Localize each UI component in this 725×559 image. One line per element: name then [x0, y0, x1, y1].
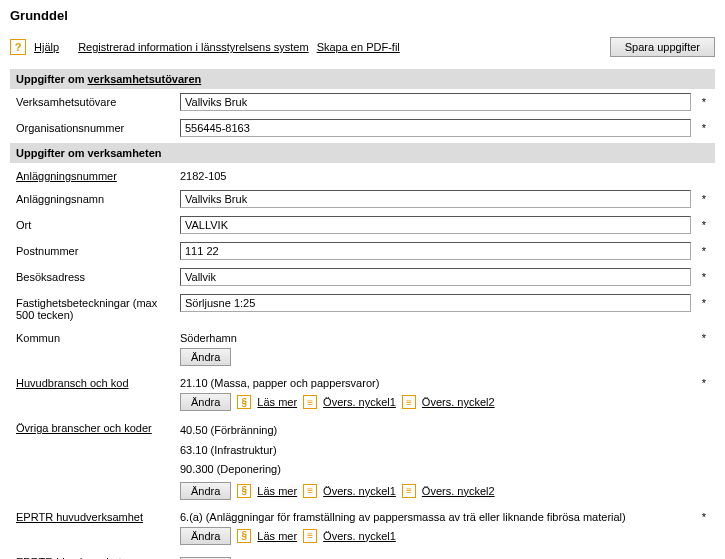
section-operator-prefix: Uppgifter om	[16, 73, 88, 85]
ort-label: Ort	[16, 216, 172, 231]
paragraph-icon: §	[237, 529, 251, 543]
required-mark: *	[699, 216, 709, 231]
kommun-value: Söderhamn	[180, 329, 691, 344]
nyckel1-link[interactable]: Övers. nyckel1	[323, 485, 396, 497]
operator-label: Verksamhetsutövare	[16, 93, 172, 108]
kommun-label: Kommun	[16, 329, 172, 344]
list-icon: ≡	[303, 395, 317, 409]
section-operator-header: Uppgifter om verksamhetsutövaren	[10, 69, 715, 89]
required-mark: *	[699, 508, 709, 523]
list-icon: ≡	[303, 529, 317, 543]
facility-no-label[interactable]: Anläggningsnummer	[16, 170, 117, 182]
kommun-change-button[interactable]: Ändra	[180, 348, 231, 366]
eprtr-huvud-label[interactable]: EPRTR huvudverksamhet	[16, 511, 143, 523]
las-mer-link[interactable]: Läs mer	[257, 396, 297, 408]
besok-label: Besöksadress	[16, 268, 172, 283]
orgnr-input[interactable]	[180, 119, 691, 137]
list-icon: ≡	[402, 484, 416, 498]
save-button[interactable]: Spara uppgifter	[610, 37, 715, 57]
eprtr-bi-label[interactable]: EPRTR biverksamheter	[16, 556, 131, 560]
facility-no-value: 2182-105	[180, 167, 691, 182]
ovriga-label[interactable]: Övriga branscher och koder	[16, 422, 152, 434]
required-mark: *	[699, 119, 709, 134]
huvudbransch-label[interactable]: Huvudbransch och kod	[16, 377, 129, 389]
fastighet-input[interactable]	[180, 294, 691, 312]
paragraph-icon: §	[237, 395, 251, 409]
required-mark: *	[699, 242, 709, 257]
nyckel2-link[interactable]: Övers. nyckel2	[422, 485, 495, 497]
page-title: Grunddel	[10, 8, 715, 23]
eprtr-huvud-value: 6.(a) (Anläggningar för framställning av…	[180, 508, 691, 523]
fastighet-label: Fastighetsbeteckningar (max 500 tecken)	[16, 294, 172, 321]
facility-name-input[interactable]	[180, 190, 691, 208]
huvudbransch-value: 21.10 (Massa, papper och pappersvaror)	[180, 374, 691, 389]
las-mer-link[interactable]: Läs mer	[257, 485, 297, 497]
ort-input[interactable]	[180, 216, 691, 234]
operator-input[interactable]	[180, 93, 691, 111]
required-mark: *	[699, 190, 709, 205]
facility-name-label: Anläggningsnamn	[16, 190, 172, 205]
nyckel1-link[interactable]: Övers. nyckel1	[323, 530, 396, 542]
eprtr-huvud-change-button[interactable]: Ändra	[180, 527, 231, 545]
orgnr-label: Organisationsnummer	[16, 119, 172, 134]
nyckel2-link[interactable]: Övers. nyckel2	[422, 396, 495, 408]
paragraph-icon: §	[237, 484, 251, 498]
postnr-input[interactable]	[180, 242, 691, 260]
section-operator-link[interactable]: verksamhetsutövaren	[88, 73, 202, 85]
section-activity-header: Uppgifter om verksamheten	[10, 143, 715, 163]
help-link[interactable]: Hjälp	[34, 41, 59, 53]
registered-info-link[interactable]: Registrerad information i länsstyrelsens…	[78, 41, 308, 53]
besok-input[interactable]	[180, 268, 691, 286]
ovriga-line1: 40.50 (Förbränning)	[180, 419, 691, 439]
ovriga-line2: 63.10 (Infrastruktur)	[180, 439, 691, 459]
help-icon: ?	[10, 39, 26, 55]
ovriga-line3: 90.300 (Deponering)	[180, 458, 691, 478]
required-mark: *	[699, 294, 709, 309]
required-mark: *	[699, 374, 709, 389]
list-icon: ≡	[402, 395, 416, 409]
las-mer-link[interactable]: Läs mer	[257, 530, 297, 542]
postnr-label: Postnummer	[16, 242, 172, 257]
huvudbransch-change-button[interactable]: Ändra	[180, 393, 231, 411]
nyckel1-link[interactable]: Övers. nyckel1	[323, 396, 396, 408]
ovriga-change-button[interactable]: Ändra	[180, 482, 231, 500]
create-pdf-link[interactable]: Skapa en PDF-fil	[317, 41, 400, 53]
required-mark: *	[699, 93, 709, 108]
required-mark: *	[699, 268, 709, 283]
list-icon: ≡	[303, 484, 317, 498]
required-mark: *	[699, 329, 709, 344]
toolbar: ? Hjälp Registrerad information i länsst…	[10, 33, 715, 67]
